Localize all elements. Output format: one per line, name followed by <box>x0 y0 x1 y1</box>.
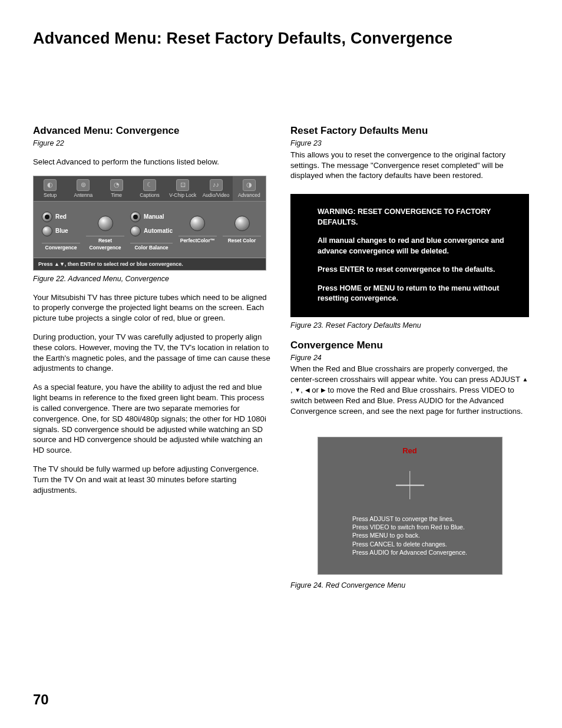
time-icon: ◔ <box>110 179 123 191</box>
radio-icon <box>130 212 141 222</box>
knob-icon <box>234 216 250 231</box>
subcol-reset-convergence[interactable]: Reset Convergence <box>86 210 124 251</box>
warn-line-2: All manual changes to red and blue conve… <box>318 236 515 256</box>
sep: , <box>290 386 295 394</box>
left-arrow-icon: ◀ <box>305 386 310 394</box>
sep-or: or <box>310 386 321 394</box>
menu-hint: Press ▲▼, then ENTer to select red or bl… <box>34 258 266 270</box>
radio-blue[interactable]: Blue <box>42 226 68 236</box>
instr-line: Press MENU to go back. <box>352 531 467 539</box>
subcol-perfectcolor[interactable]: PerfectColor™ <box>178 210 217 244</box>
subcol-label: Reset Convergence <box>86 236 124 251</box>
subcol-label: PerfectColor™ <box>178 236 217 244</box>
page-number: 70 <box>33 691 49 708</box>
instr-line: Press AUDIO for Advanced Convergence. <box>352 548 467 556</box>
radio-label: Blue <box>55 227 68 235</box>
tab-label: Advanced <box>238 192 260 199</box>
convergence-color-label: Red <box>402 446 417 456</box>
audiovideo-icon: ♪♪ <box>210 179 223 191</box>
figure-24-caption: Figure 24. Red Convergence Menu <box>290 581 529 591</box>
radio-manual[interactable]: Manual <box>130 212 164 222</box>
page-title: Advanced Menu: Reset Factory Defaults, C… <box>33 29 529 48</box>
radio-icon <box>42 212 52 222</box>
warn-line-3: Press ENTER to reset convergence to the … <box>318 265 515 275</box>
reset-intro: This allows you to reset the convergence… <box>290 150 529 181</box>
menu-tabbar: ◐Setup ⊚Antenna ◔Time ☾Captions ⊡V-Chip … <box>34 176 266 202</box>
advanced-intro: Select Advanced to perform the functions… <box>33 157 272 167</box>
para-tubes: Your Mitsubishi TV has three picture tub… <box>33 292 272 324</box>
warn-line-4: Press HOME or MENU to return to the menu… <box>318 284 515 304</box>
tab-antenna[interactable]: ⊚Antenna <box>67 176 100 201</box>
heading-advanced-convergence: Advanced Menu: Convergence <box>33 124 272 138</box>
heading-convergence-menu: Convergence Menu <box>290 339 529 353</box>
subcol-color-balance: Manual Automatic Color Balance <box>130 210 173 251</box>
subcol-reset-color[interactable]: Reset Color <box>223 210 261 244</box>
tab-label: Setup <box>44 192 57 199</box>
instr-line: Press VIDEO to switch from Red to Blue. <box>352 523 467 531</box>
figure-23-ref: Figure 23 <box>290 139 529 149</box>
antenna-icon: ⊚ <box>77 179 90 191</box>
tab-label: Captions <box>140 192 160 199</box>
instr-line: Press CANCEL to delete changes. <box>352 540 467 548</box>
para-feature: As a special feature, you have the abili… <box>33 382 272 456</box>
subcol-label: Color Balance <box>130 243 173 251</box>
radio-icon <box>130 226 141 236</box>
knob-icon <box>98 216 113 231</box>
heading-reset-defaults: Reset Factory Defaults Menu <box>290 124 529 138</box>
tab-label: Audio/Video <box>203 192 230 199</box>
tab-advanced[interactable]: ◑Advanced <box>233 176 266 201</box>
conv-text-b: to move the Red and Blue crosshairs. Pre… <box>290 386 523 416</box>
figure-24-ref: Figure 24 <box>290 353 529 363</box>
right-arrow-icon: ▶ <box>321 386 326 394</box>
radio-automatic[interactable]: Automatic <box>130 226 173 236</box>
para-production: During production, your TV was carefully… <box>33 332 272 374</box>
subcol-label: Reset Color <box>223 236 261 244</box>
tab-label: Time <box>111 192 122 199</box>
sep: , <box>300 386 305 394</box>
figure-24-convergence-screen: Red Press ADJUST to converge the lines. … <box>318 437 503 575</box>
radio-icon <box>42 226 52 236</box>
radio-label: Automatic <box>144 227 173 235</box>
crosshair-icon <box>396 471 424 499</box>
tab-audiovideo[interactable]: ♪♪Audio/Video <box>199 176 232 201</box>
figure-22-caption: Figure 22. Advanced Menu, Convergence <box>33 274 272 284</box>
figure-23-caption: Figure 23. Reset Factory Defaults Menu <box>290 321 529 331</box>
tab-captions[interactable]: ☾Captions <box>133 176 166 201</box>
radio-label: Manual <box>144 213 164 221</box>
convergence-instructions: Press ADJUST to converge the lines. Pres… <box>352 515 467 556</box>
setup-icon: ◐ <box>44 179 57 191</box>
lock-icon: ⊡ <box>176 179 189 191</box>
figure-22-ref: Figure 22 <box>33 139 272 149</box>
radio-label: Red <box>55 213 67 221</box>
tab-setup[interactable]: ◐Setup <box>34 176 67 201</box>
left-column: Advanced Menu: Convergence Figure 22 Sel… <box>33 124 272 598</box>
figure-22-advanced-menu: ◐Setup ⊚Antenna ◔Time ☾Captions ⊡V-Chip … <box>33 176 266 271</box>
up-arrow-icon: ▲ <box>522 375 528 384</box>
tab-label: Antenna <box>74 192 93 199</box>
subcol-convergence: Red Blue Convergence <box>38 210 80 251</box>
tab-vchip[interactable]: ⊡V-Chip Lock <box>166 176 199 201</box>
knob-icon <box>190 216 205 231</box>
convergence-intro: When the Red and Blue crosshairs are pro… <box>290 364 529 416</box>
subcol-label: Convergence <box>42 243 80 251</box>
advanced-subpanel: Red Blue Convergence Reset Convergence M… <box>34 202 266 257</box>
conv-text-a: When the Red and Blue crosshairs are pro… <box>290 364 522 384</box>
para-warmup: The TV should be fully warmed up before … <box>33 464 272 495</box>
right-column: Reset Factory Defaults Menu Figure 23 Th… <box>290 124 529 598</box>
radio-red[interactable]: Red <box>42 212 67 222</box>
figure-23-warning-box: WARNING: RESET CONVERGENCE TO FACTORY DE… <box>290 194 529 317</box>
advanced-icon: ◑ <box>243 179 256 191</box>
instr-line: Press ADJUST to converge the lines. <box>352 515 467 523</box>
tab-time[interactable]: ◔Time <box>100 176 133 201</box>
down-arrow-icon: ▼ <box>295 386 300 394</box>
captions-icon: ☾ <box>143 179 156 191</box>
tab-label: V-Chip Lock <box>169 192 196 199</box>
warn-line-1: WARNING: RESET CONVERGENCE TO FACTORY DE… <box>318 207 515 228</box>
